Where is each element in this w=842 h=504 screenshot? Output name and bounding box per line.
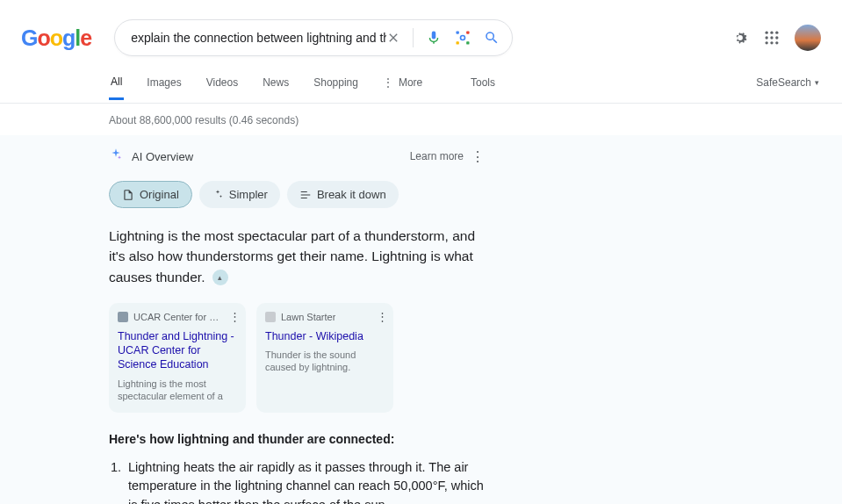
svg-point-4 <box>461 36 465 40</box>
connection-list: Lightning heats the air rapidly as it pa… <box>125 458 493 505</box>
tab-all[interactable]: All <box>109 76 124 100</box>
source-card[interactable]: Lawn Starter ⋮ Thunder - Wikipedia Thund… <box>256 303 393 413</box>
ai-summary: Lightning is the most spectacular part o… <box>109 226 478 287</box>
avatar[interactable] <box>795 25 821 51</box>
card-title: Thunder and Lightning - UCAR Center for … <box>118 329 237 372</box>
svg-point-5 <box>766 32 768 34</box>
tab-more[interactable]: ⋮More <box>381 76 424 98</box>
card-title: Thunder - Wikipedia <box>265 329 385 343</box>
tab-videos[interactable]: Videos <box>205 76 240 98</box>
svg-point-10 <box>775 36 778 39</box>
svg-point-6 <box>770 32 773 34</box>
chip-simpler-label: Simpler <box>229 188 268 201</box>
svg-point-8 <box>766 36 768 39</box>
settings-icon[interactable] <box>731 29 749 47</box>
favicon-icon <box>265 312 276 322</box>
tools-button[interactable]: Tools <box>471 76 495 98</box>
chip-original-label: Original <box>140 188 179 201</box>
chip-original[interactable]: Original <box>109 181 192 208</box>
source-name: UCAR Center for Science Edu... <box>133 312 221 322</box>
apps-icon[interactable] <box>763 29 781 47</box>
tab-shopping[interactable]: Shopping <box>312 76 360 98</box>
tab-images[interactable]: Images <box>145 76 183 98</box>
lens-search-icon[interactable] <box>454 29 471 47</box>
clear-icon[interactable] <box>386 31 400 45</box>
favicon-icon <box>118 312 128 322</box>
svg-point-13 <box>775 41 778 44</box>
list-item: Lightning heats the air rapidly as it pa… <box>125 458 493 505</box>
chip-simpler[interactable]: Simpler <box>199 181 280 208</box>
connection-heading: Here's how lightning and thunder are con… <box>109 432 478 446</box>
result-stats: About 88,600,000 results (0.46 seconds) <box>0 104 842 126</box>
safesearch-button[interactable]: SafeSearch▾ <box>756 76 819 98</box>
svg-point-7 <box>775 32 778 34</box>
search-box[interactable] <box>114 19 513 56</box>
svg-rect-2 <box>457 41 459 44</box>
chip-break-label: Break it down <box>317 188 386 201</box>
collapse-icon[interactable]: ▴ <box>212 270 228 285</box>
card-desc: Lightning is the most spectacular elemen… <box>118 378 237 402</box>
card-menu-icon[interactable]: ⋮ <box>377 310 388 323</box>
svg-point-11 <box>766 41 768 44</box>
chip-break[interactable]: Break it down <box>287 181 399 208</box>
card-menu-icon[interactable]: ⋮ <box>229 310 241 323</box>
svg-point-9 <box>770 36 773 39</box>
sparkle-icon <box>109 148 123 165</box>
tab-news[interactable]: News <box>261 76 291 98</box>
svg-rect-3 <box>466 41 469 44</box>
card-desc: Thunder is the sound caused by lightning… <box>265 349 385 373</box>
voice-search-icon[interactable] <box>426 30 442 46</box>
source-card[interactable]: UCAR Center for Science Edu... ⋮ Thunder… <box>109 303 246 413</box>
ai-overview-title: AI Overview <box>132 150 193 163</box>
svg-rect-0 <box>457 32 459 34</box>
search-input[interactable] <box>131 31 386 45</box>
source-name: Lawn Starter <box>281 312 335 322</box>
google-logo[interactable]: Google <box>21 25 91 51</box>
search-icon[interactable] <box>484 30 500 46</box>
svg-rect-1 <box>466 32 469 34</box>
ai-menu-icon[interactable]: ⋮ <box>471 148 485 165</box>
svg-point-12 <box>770 41 773 44</box>
learn-more-link[interactable]: Learn more <box>410 150 464 162</box>
